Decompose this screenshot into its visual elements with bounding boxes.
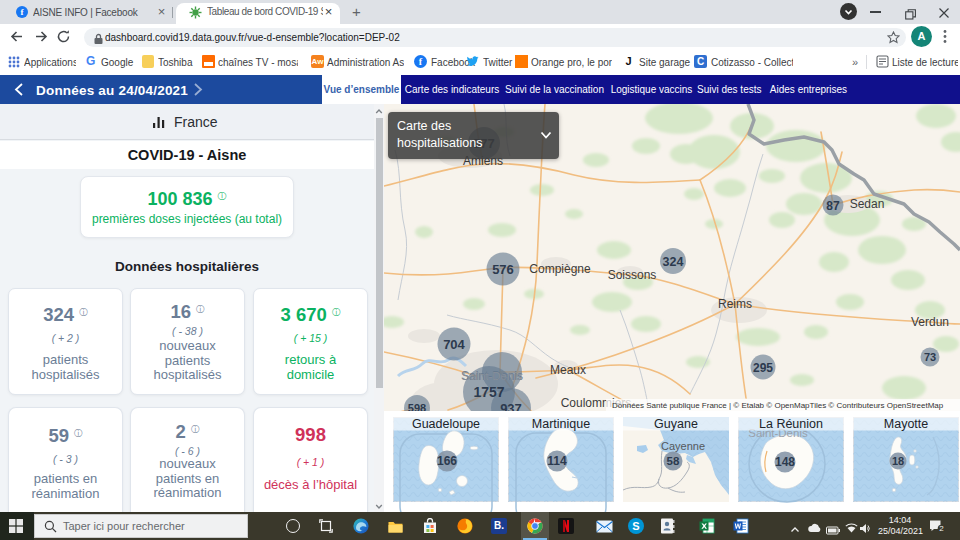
svg-text:Cayenne: Cayenne [661, 440, 705, 452]
svg-text:704: 704 [443, 337, 465, 352]
svg-text:La Réunion: La Réunion [759, 417, 823, 431]
svg-text:576: 576 [492, 262, 514, 277]
svg-text:Saint-Denis: Saint-Denis [462, 370, 522, 382]
svg-text:Guadeloupe: Guadeloupe [412, 417, 480, 431]
svg-text:Martinique: Martinique [532, 417, 590, 431]
svg-text:Mayotte: Mayotte [884, 417, 929, 431]
svg-text:1757: 1757 [473, 384, 504, 400]
svg-text:Sedan: Sedan [850, 197, 885, 211]
svg-text:18: 18 [892, 455, 904, 467]
svg-text:324: 324 [663, 255, 684, 269]
svg-text:Meaux: Meaux [550, 363, 586, 377]
svg-text:Compiègne: Compiègne [529, 262, 591, 276]
svg-text:Verdun: Verdun [911, 315, 949, 329]
svg-text:Guyane: Guyane [654, 417, 698, 431]
svg-text:2: 2 [939, 524, 944, 533]
svg-text:73: 73 [924, 351, 936, 363]
svg-text:Soissons: Soissons [608, 268, 657, 282]
svg-text:295: 295 [753, 361, 773, 375]
svg-text:Reims: Reims [718, 297, 752, 311]
svg-text:148: 148 [775, 455, 795, 469]
svg-text:166: 166 [437, 454, 457, 468]
svg-text:Données Santé publique France: Données Santé publique France | © Etalab… [612, 401, 944, 410]
svg-text:87: 87 [826, 199, 840, 213]
svg-text:58: 58 [667, 455, 680, 467]
svg-text:114: 114 [547, 454, 567, 468]
